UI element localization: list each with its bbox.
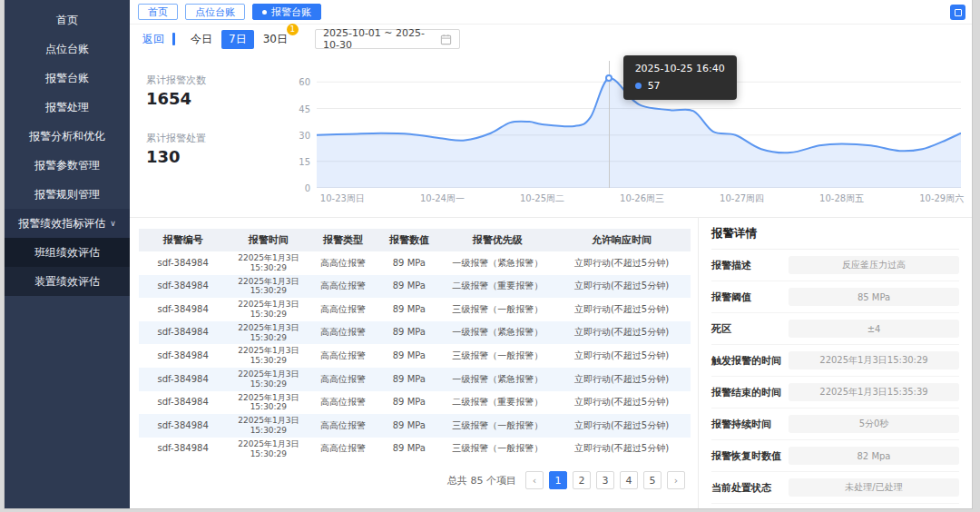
alarm-trend-chart[interactable]: 015304560 2025-10-25 16:40 57 10-23周日10-… xyxy=(289,54,961,212)
table-row[interactable]: sdf-38498422025年1月3日 15:30:29高高位报警89 MPa… xyxy=(139,438,691,461)
table-cell: sdf-384984 xyxy=(139,391,227,415)
alarm-table-section: 报警编号报警时间报警类型报警数值报警优先级允许响应时间 sdf-38498422… xyxy=(130,218,698,508)
x-tick-label: 10-23周日 xyxy=(320,192,365,205)
page-button[interactable]: 4 xyxy=(620,471,638,489)
alarm-table: 报警编号报警时间报警类型报警数值报警优先级允许响应时间 sdf-38498422… xyxy=(139,229,691,460)
prev-page-button[interactable]: ‹ xyxy=(525,471,544,489)
table-cell: 高高位报警 xyxy=(309,368,376,391)
table-body: sdf-38498422025年1月3日 15:30:29高高位报警89 MPa… xyxy=(139,251,691,460)
detail-label: 报警恢复时数值 xyxy=(711,449,781,463)
sidebar-item[interactable]: 点位台账 xyxy=(5,34,130,64)
sidebar-subitem[interactable]: 装置绩效评估 xyxy=(5,267,130,296)
table-cell: 89 MPa xyxy=(376,321,442,345)
detail-label: 报警阈值 xyxy=(711,290,751,304)
table-cell: 89 MPa xyxy=(376,391,442,415)
detail-label: 触发报警的时间 xyxy=(711,354,781,368)
sidebar-item[interactable]: 报警分析和优化 xyxy=(5,122,130,151)
table-cell: 三级报警（一般报警） xyxy=(442,298,553,321)
table-cell: 89 MPa xyxy=(376,251,442,275)
table-cell: sdf-384984 xyxy=(139,298,227,321)
tab[interactable]: 报警台账 xyxy=(252,4,321,20)
stat-value: 130 xyxy=(146,147,289,166)
detail-label: 当前处置状态 xyxy=(711,481,771,495)
tab-bar: 首页点位台账报警台账 xyxy=(130,0,972,25)
table-row[interactable]: sdf-38498422025年1月3日 15:30:29高高位报警89 MPa… xyxy=(139,391,691,415)
table-row[interactable]: sdf-38498422025年1月3日 15:30:29高高位报警89 MPa… xyxy=(139,321,691,345)
tooltip-date: 2025-10-25 16:40 xyxy=(635,63,725,74)
table-cell: 22025年1月3日 15:30:29 xyxy=(227,414,309,438)
tab[interactable]: 首页 xyxy=(138,4,178,20)
sidebar: 首页点位台账报警台账报警处理报警分析和优化报警参数管理报警规则管理报警绩效指标评… xyxy=(5,0,130,508)
sidebar-item-label: 首页 xyxy=(56,13,78,28)
tab[interactable]: 点位台账 xyxy=(185,4,245,20)
table-row[interactable]: sdf-38498422025年1月3日 15:30:29高高位报警89 MPa… xyxy=(139,414,691,438)
y-tick-label: 0 xyxy=(305,183,310,193)
detail-value: 未处理/已处理 xyxy=(789,478,959,497)
alarm-details-panel: 报警详情 报警描述反应釜压力过高报警阈值85 MPa死区±4触发报警的时间220… xyxy=(698,218,972,508)
sidebar-item-label: 报警处理 xyxy=(45,100,89,115)
table-row[interactable]: sdf-38498422025年1月3日 15:30:29高高位报警89 MPa… xyxy=(139,251,691,275)
detail-row: 触发报警的时间22025年1月3日15:30:29 xyxy=(711,345,959,377)
chart-tooltip: 2025-10-25 16:40 57 xyxy=(623,55,737,100)
detail-row: 报警持续时间5分0秒 xyxy=(711,409,959,440)
back-button[interactable]: 返回 xyxy=(142,32,164,47)
sidebar-item[interactable]: 报警绩效指标评估∨ xyxy=(5,209,130,238)
table-cell: sdf-384984 xyxy=(139,321,227,345)
page-button[interactable]: 3 xyxy=(596,471,614,489)
detail-value: 22025年1月3日15:30:29 xyxy=(789,351,959,369)
table-cell: sdf-384984 xyxy=(139,251,227,275)
sidebar-item[interactable]: 报警规则管理 xyxy=(5,180,130,209)
x-tick-label: 10-28周五 xyxy=(819,192,864,205)
table-row[interactable]: sdf-38498422025年1月3日 15:30:29高高位报警89 MPa… xyxy=(139,368,691,391)
sidebar-menu: 首页点位台账报警台账报警处理报警分析和优化报警参数管理报警规则管理报警绩效指标评… xyxy=(5,5,130,296)
page-button[interactable]: 5 xyxy=(643,471,662,489)
sidebar-item-label: 报警规则管理 xyxy=(34,187,100,202)
detail-value: 5分0秒 xyxy=(789,415,959,433)
column-header: 报警数值 xyxy=(376,229,442,251)
table-cell: 89 MPa xyxy=(376,298,442,321)
sidebar-item[interactable]: 首页 xyxy=(5,5,130,34)
table-cell: sdf-384984 xyxy=(139,438,227,461)
tooltip-value: 57 xyxy=(648,80,661,92)
x-tick-label: 10-26周三 xyxy=(620,192,664,205)
date-range-picker[interactable]: 2025-10-01 ~ 2025-10-30 xyxy=(315,29,460,49)
page-button[interactable]: 2 xyxy=(573,471,591,489)
details-title: 报警详情 xyxy=(711,218,959,250)
bottom-section: 报警编号报警时间报警类型报警数值报警优先级允许响应时间 sdf-38498422… xyxy=(130,217,972,508)
sidebar-item[interactable]: 报警处理 xyxy=(5,93,130,122)
range-button[interactable]: 7日 xyxy=(221,30,254,49)
table-row[interactable]: sdf-38498422025年1月3日 15:30:29高高位报警89 MPa… xyxy=(139,344,691,368)
range-button[interactable]: 30日1 xyxy=(256,30,295,49)
detail-label: 报警描述 xyxy=(711,259,751,272)
sidebar-item-label: 报警参数管理 xyxy=(34,158,100,173)
table-cell: sdf-384984 xyxy=(139,275,227,299)
table-cell: 89 MPa xyxy=(376,414,442,438)
column-header: 允许响应时间 xyxy=(553,229,691,251)
table-row[interactable]: sdf-38498422025年1月3日 15:30:29高高位报警89 MPa… xyxy=(139,275,691,299)
table-cell: 一级报警（紧急报警） xyxy=(442,251,553,275)
next-page-button[interactable]: › xyxy=(667,471,685,489)
detail-rows: 报警描述反应釜压力过高报警阈值85 MPa死区±4触发报警的时间22025年1月… xyxy=(711,250,959,508)
chevron-down-icon: ∨ xyxy=(110,219,116,228)
table-row[interactable]: sdf-38498422025年1月3日 15:30:29高高位报警89 MPa… xyxy=(139,298,691,321)
range-button[interactable]: 今日 xyxy=(183,30,220,49)
table-cell: 22025年1月3日 15:30:29 xyxy=(227,368,309,391)
detail-value: 85 MPa xyxy=(789,288,959,306)
sidebar-item-label: 报警分析和优化 xyxy=(29,129,105,144)
table-cell: sdf-384984 xyxy=(139,414,227,438)
table-cell: 二级报警（重要报警） xyxy=(442,275,553,299)
table-cell: 高高位报警 xyxy=(309,414,376,438)
table-cell: 二级报警（重要报警） xyxy=(442,391,553,415)
detail-row: 报警恢复时数值82 Mpa xyxy=(711,440,959,472)
y-tick-label: 60 xyxy=(299,77,310,87)
page-button[interactable]: 1 xyxy=(549,471,567,489)
table-cell: 高高位报警 xyxy=(309,391,376,415)
sidebar-item-label: 点位台账 xyxy=(45,42,89,57)
table-cell: 22025年1月3日 15:30:29 xyxy=(227,344,309,368)
sidebar-subitem[interactable]: 班组绩效评估 xyxy=(5,238,130,267)
sidebar-item[interactable]: 报警参数管理 xyxy=(5,151,130,180)
sidebar-item[interactable]: 报警台账 xyxy=(5,64,130,93)
detail-row: 是否按时处理未按时处理/按时处理 xyxy=(711,504,959,508)
table-header-row: 报警编号报警时间报警类型报警数值报警优先级允许响应时间 xyxy=(139,229,691,251)
panel-toggle-button[interactable] xyxy=(950,5,965,20)
